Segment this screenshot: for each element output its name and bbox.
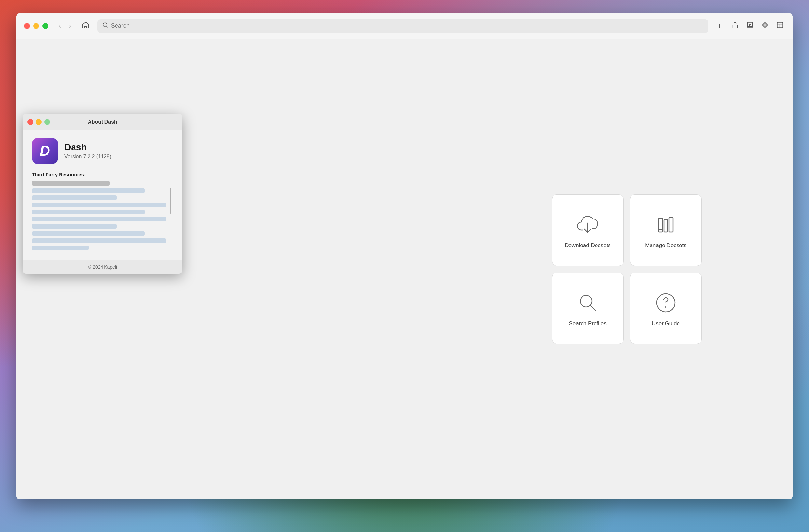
cloud-download-icon — [575, 212, 601, 238]
manage-docsets-label: Manage Docsets — [645, 242, 687, 249]
dash-grid: Download Docsets Manage Docsets — [552, 194, 702, 344]
blurred-line-5 — [32, 210, 145, 214]
safari-nav-buttons: ‹ › — [56, 20, 74, 32]
blurred-line-6 — [32, 217, 166, 221]
bookmarks-button[interactable] — [745, 20, 755, 32]
search-icon — [103, 22, 108, 30]
modal-window-controls — [27, 119, 50, 125]
share-icon — [731, 21, 739, 29]
reader-icon — [761, 21, 769, 29]
edit-button[interactable] — [775, 20, 785, 32]
window-controls — [24, 23, 48, 29]
toolbar-actions — [730, 20, 785, 32]
modal-body: D Dash Version 7.2.2 (1128) Third Party … — [23, 130, 182, 260]
safari-search-bar[interactable] — [97, 19, 708, 33]
safari-minimize-button[interactable] — [33, 23, 39, 29]
blurred-line-10 — [32, 246, 88, 250]
modal-scrollbar[interactable] — [169, 181, 172, 250]
about-dash-modal: About Dash D Dash Version 7.2.2 (1128) T… — [23, 114, 182, 274]
search-profiles-label: Search Profiles — [569, 320, 606, 327]
download-docsets-label: Download Docsets — [565, 242, 611, 249]
safari-search-icon — [103, 22, 108, 28]
modal-title: About Dash — [88, 119, 117, 125]
blurred-line-8 — [32, 231, 145, 236]
home-button[interactable] — [79, 20, 92, 32]
svg-point-5 — [763, 23, 767, 26]
blurred-line-4 — [32, 202, 166, 207]
user-guide-label: User Guide — [652, 320, 680, 327]
bookmarks-icon — [746, 21, 754, 29]
user-guide-tile[interactable]: User Guide — [630, 272, 702, 344]
books-icon — [653, 212, 679, 238]
app-icon: D — [32, 138, 58, 164]
modal-maximize-button[interactable] — [44, 119, 50, 125]
svg-rect-12 — [669, 217, 673, 232]
reader-mode-button[interactable] — [760, 20, 770, 32]
svg-rect-6 — [777, 22, 783, 28]
svg-point-17 — [657, 294, 675, 312]
safari-close-button[interactable] — [24, 23, 30, 29]
scrollbar-thumb — [170, 188, 172, 214]
safari-content: Download Docsets Manage Docsets — [16, 39, 793, 499]
blurred-line-2 — [32, 188, 145, 193]
search-input[interactable] — [111, 22, 703, 29]
app-name: Dash — [65, 142, 111, 153]
safari-maximize-button[interactable] — [42, 23, 48, 29]
modal-minimize-button[interactable] — [36, 119, 42, 125]
home-icon — [82, 21, 89, 29]
edit-icon — [776, 21, 784, 29]
modal-close-button[interactable] — [27, 119, 33, 125]
search-profiles-tile[interactable]: Search Profiles — [552, 272, 623, 344]
search-profiles-icon — [575, 290, 601, 316]
safari-toolbar: ‹ › + — [16, 13, 793, 39]
blurred-line-7 — [32, 224, 117, 229]
manage-docsets-tile[interactable]: Manage Docsets — [630, 194, 702, 266]
svg-point-18 — [665, 306, 667, 308]
question-circle-icon — [653, 290, 679, 316]
modal-footer: © 2024 Kapeli — [23, 260, 182, 274]
third-party-label: Third Party Resources: — [32, 172, 173, 177]
copyright-text: © 2024 Kapeli — [88, 264, 117, 270]
app-version: Version 7.2.2 (1128) — [65, 154, 111, 160]
safari-window: ‹ › + — [16, 13, 793, 499]
blurred-line-3 — [32, 195, 117, 200]
share-button[interactable] — [730, 20, 740, 32]
forward-button[interactable]: › — [66, 20, 73, 32]
back-button[interactable]: ‹ — [56, 20, 64, 32]
blurred-line-1 — [32, 181, 110, 186]
svg-rect-11 — [664, 219, 668, 232]
app-icon-letter: D — [40, 143, 50, 159]
blurred-line-9 — [32, 238, 166, 243]
svg-line-16 — [590, 305, 596, 311]
svg-rect-10 — [659, 218, 662, 232]
third-party-content — [32, 181, 173, 250]
add-tab-button[interactable]: + — [713, 19, 725, 32]
app-info-text: Dash Version 7.2.2 (1128) — [65, 142, 111, 160]
app-header: D Dash Version 7.2.2 (1128) — [32, 138, 173, 164]
svg-line-1 — [106, 26, 107, 27]
modal-titlebar: About Dash — [23, 114, 182, 130]
download-docsets-tile[interactable]: Download Docsets — [552, 194, 623, 266]
